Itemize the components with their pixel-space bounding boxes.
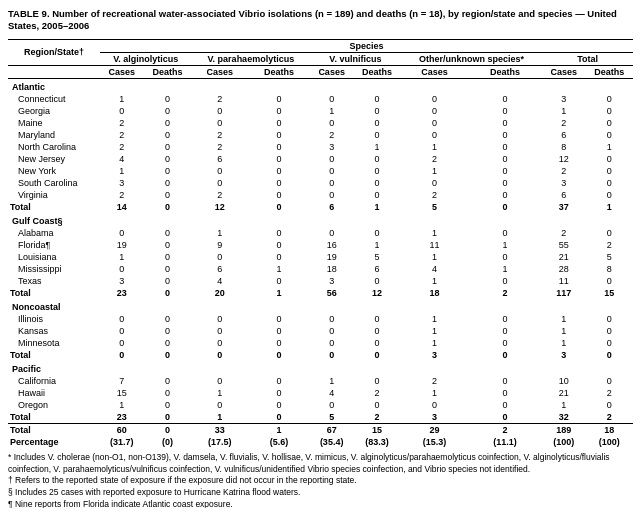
- data-cell: 0: [585, 153, 633, 165]
- percentage-cell: (83.3): [353, 436, 401, 448]
- data-cell: 0: [310, 337, 353, 349]
- data-cell: 0: [585, 375, 633, 387]
- table-title: TABLE 9. Number of recreational water-as…: [8, 8, 633, 33]
- data-cell: 0: [468, 117, 542, 129]
- total-cell: 0: [144, 411, 192, 424]
- data-cell: 0: [401, 105, 468, 117]
- total-cell: 3: [542, 349, 585, 361]
- data-cell: 0: [468, 153, 542, 165]
- total-cell: 2: [468, 287, 542, 299]
- data-cell: 0: [144, 337, 192, 349]
- data-cell: 0: [100, 105, 144, 117]
- data-cell: 5: [585, 251, 633, 263]
- table-row: Oregon1000000010: [8, 399, 633, 411]
- section-header-row: Pacific: [8, 361, 633, 375]
- grand-total-cell: 18: [585, 423, 633, 436]
- grand-total-cell: 60: [100, 423, 144, 436]
- data-cell: 0: [585, 313, 633, 325]
- grand-total-cell: 0: [144, 423, 192, 436]
- data-cell: 0: [248, 337, 310, 349]
- state-label: Texas: [8, 275, 100, 287]
- table-row: Maryland2020200060: [8, 129, 633, 141]
- data-cell: 0: [144, 117, 192, 129]
- total-cell: 6: [310, 201, 353, 213]
- percentage-cell: (100): [585, 436, 633, 448]
- data-cell: 0: [310, 325, 353, 337]
- data-cell: 4: [310, 387, 353, 399]
- data-cell: 0: [585, 189, 633, 201]
- data-cell: 2: [401, 153, 468, 165]
- data-cell: 2: [353, 387, 401, 399]
- percentage-cell: (5.6): [248, 436, 310, 448]
- footnotes-container: * Includes V. cholerae (non-O1, non-O139…: [8, 452, 633, 508]
- total-cell: 3: [401, 411, 468, 424]
- percentage-cell: (100): [542, 436, 585, 448]
- data-cell: 0: [585, 227, 633, 239]
- data-cell: 0: [401, 177, 468, 189]
- percentage-cell: (0): [144, 436, 192, 448]
- data-cell: 0: [144, 399, 192, 411]
- footnote: * Includes V. cholerae (non-O1, non-O139…: [8, 452, 633, 476]
- data-cell: 9: [192, 239, 248, 251]
- deaths-h2: Deaths: [248, 65, 310, 78]
- data-cell: 1: [192, 227, 248, 239]
- percentage-cell: (15.3): [401, 436, 468, 448]
- total-cell: 32: [542, 411, 585, 424]
- data-cell: 0: [310, 313, 353, 325]
- data-cell: 0: [248, 251, 310, 263]
- total-cell: 0: [144, 287, 192, 299]
- data-cell: 0: [468, 177, 542, 189]
- data-cell: 0: [585, 399, 633, 411]
- data-cell: 3: [310, 275, 353, 287]
- other-unknown-header: Other/unknown species*: [401, 52, 542, 65]
- data-cell: 0: [310, 165, 353, 177]
- v-vulnificus-header: V. vulnificus: [310, 52, 401, 65]
- data-cell: 2: [100, 117, 144, 129]
- total-cell: 1: [248, 287, 310, 299]
- data-cell: 2: [192, 189, 248, 201]
- data-cell: 1: [401, 165, 468, 177]
- data-cell: 0: [144, 275, 192, 287]
- section-header-row: Noncoastal: [8, 299, 633, 313]
- data-cell: 1: [542, 325, 585, 337]
- table-row: New Jersey40600020120: [8, 153, 633, 165]
- data-cell: 0: [353, 93, 401, 105]
- data-cell: 0: [353, 313, 401, 325]
- table-row: Maine2000000020: [8, 117, 633, 129]
- total-header: Total: [542, 52, 633, 65]
- data-cell: 0: [353, 165, 401, 177]
- data-cell: 0: [144, 129, 192, 141]
- data-cell: 2: [401, 375, 468, 387]
- data-cell: 0: [248, 93, 310, 105]
- data-cell: 0: [144, 93, 192, 105]
- total-cell: 0: [144, 349, 192, 361]
- data-cell: 0: [248, 227, 310, 239]
- cases-h5: Cases: [542, 65, 585, 78]
- grand-total-cell: 189: [542, 423, 585, 436]
- data-cell: 8: [585, 263, 633, 275]
- data-cell: 3: [542, 93, 585, 105]
- region-state-header: Region/State†: [8, 39, 100, 65]
- state-label: Minnesota: [8, 337, 100, 349]
- data-cell: 0: [192, 251, 248, 263]
- data-cell: 0: [310, 227, 353, 239]
- data-cell: 0: [310, 399, 353, 411]
- data-cell: 1: [401, 313, 468, 325]
- data-cell: 1: [401, 227, 468, 239]
- table-row: Texas30403010110: [8, 275, 633, 287]
- state-label: Oregon: [8, 399, 100, 411]
- data-cell: 0: [468, 165, 542, 177]
- data-cell: 0: [192, 313, 248, 325]
- total-cell: 0: [248, 411, 310, 424]
- data-cell: 0: [353, 153, 401, 165]
- total-cell: 0: [144, 201, 192, 213]
- grand-total-cell: 67: [310, 423, 353, 436]
- footnote: ¶ Nine reports from Florida indicate Atl…: [8, 499, 633, 508]
- section-label: Atlantic: [8, 78, 633, 93]
- species-group-header: Species: [100, 39, 633, 52]
- data-cell: 0: [401, 129, 468, 141]
- data-cell: 0: [468, 105, 542, 117]
- grand-total-label: Total: [8, 423, 100, 436]
- data-cell: 0: [248, 375, 310, 387]
- data-cell: 6: [353, 263, 401, 275]
